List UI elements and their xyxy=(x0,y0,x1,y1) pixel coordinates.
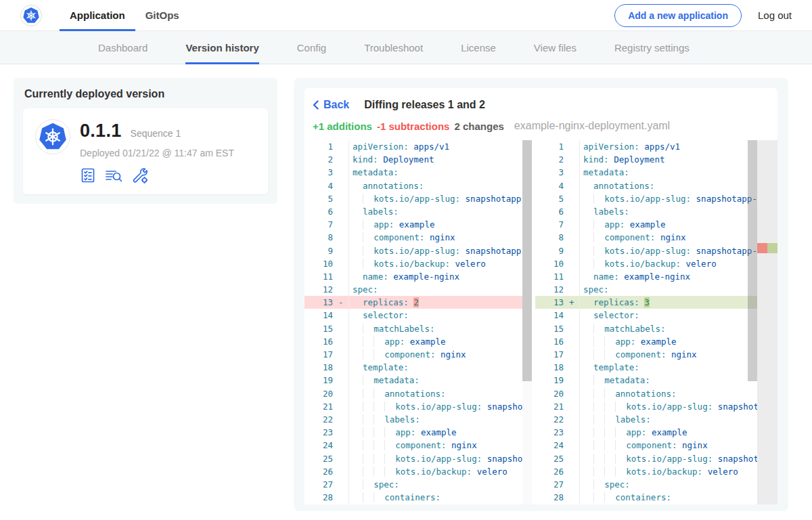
currently-deployed-card: Currently deployed version xyxy=(14,78,277,204)
diff-line-4: 4 annotations: xyxy=(535,179,777,192)
nav-tab-gitops[interactable]: GitOps xyxy=(135,0,189,30)
diff-sign xyxy=(338,426,348,439)
line-number: 8 xyxy=(304,231,338,244)
diff-sign xyxy=(569,478,579,491)
code-lines-old: 1apiVersion: apps/v12kind: Deployment3me… xyxy=(304,140,532,504)
code-text: component: nginx xyxy=(579,439,777,452)
line-number: 19 xyxy=(535,374,569,387)
diff-line-16: 16 app: example xyxy=(535,335,777,348)
code-text: app: example xyxy=(348,426,532,439)
diff-sign xyxy=(569,491,579,504)
diff-sign xyxy=(569,257,579,270)
code-text: annotations: xyxy=(348,179,532,192)
diff-sign xyxy=(338,166,348,179)
diff-line-25: 25 kots.io/app-slug: snapshotap xyxy=(304,452,532,465)
line-number: 16 xyxy=(304,335,338,348)
diff-title: Diffing releases 1 and 2 xyxy=(364,99,485,111)
diff-sign xyxy=(338,413,348,426)
diff-line-20: 20 annotations: xyxy=(535,387,777,400)
line-number: 25 xyxy=(535,452,569,465)
diff-sign xyxy=(569,322,579,335)
diff-line-12: 12spec: xyxy=(535,283,777,296)
subnav-item-view-files[interactable]: View files xyxy=(534,31,577,64)
code-text: kots.io/app-slug: snapshotapp-mu xyxy=(348,244,532,257)
diff-line-22: 22 labels: xyxy=(304,413,532,426)
line-number: 10 xyxy=(304,257,338,270)
line-number: 8 xyxy=(535,231,569,244)
code-lines-new: 1apiVersion: apps/v12kind: Deployment3me… xyxy=(535,140,777,504)
diff-sign xyxy=(338,257,348,270)
nav-tab-application[interactable]: Application xyxy=(60,0,135,30)
kubernetes-logo-icon xyxy=(38,122,68,152)
diff-sign xyxy=(338,153,348,166)
scrollbar-thumb[interactable] xyxy=(522,140,532,381)
code-text: containers: xyxy=(579,491,777,504)
diff-sign xyxy=(338,218,348,231)
diff-line-2: 2kind: Deployment xyxy=(535,153,777,166)
diff-sign xyxy=(569,374,579,387)
release-notes-checklist-icon[interactable] xyxy=(80,167,96,183)
line-number: 20 xyxy=(535,387,569,400)
diff-sign xyxy=(338,179,348,192)
diff-line-19: 19 metadata: xyxy=(304,374,532,387)
diff-sign xyxy=(569,452,579,465)
subnav-item-config[interactable]: Config xyxy=(297,31,326,64)
diff-sign xyxy=(338,348,348,361)
diff-sign xyxy=(569,413,579,426)
code-text: template: xyxy=(348,361,532,374)
diff-sign: + xyxy=(569,296,579,309)
diff-sign xyxy=(569,244,579,257)
diff-sign xyxy=(569,231,579,244)
subnav-item-registry-settings[interactable]: Registry settings xyxy=(614,31,690,64)
code-text: spec: xyxy=(579,478,777,491)
code-text: spec: xyxy=(348,283,532,296)
diff-line-23: 23 app: example xyxy=(535,426,777,439)
configure-wrench-gear-icon[interactable] xyxy=(131,167,149,183)
diff-sign xyxy=(569,426,579,439)
code-text: containers: xyxy=(348,491,532,504)
diff-line-6: 6 labels: xyxy=(535,205,777,218)
line-number: 1 xyxy=(535,140,569,153)
version-number: 0.1.1 xyxy=(80,121,122,142)
diff-sign xyxy=(338,465,348,478)
back-link[interactable]: Back xyxy=(313,99,349,111)
code-text: kots.io/app-slug: snapshotapp-mu xyxy=(348,192,532,205)
line-number: 27 xyxy=(535,478,569,491)
diff-line-15: 15 matchLabels: xyxy=(304,322,532,335)
diff-line-10: 10 kots.io/backup: velero xyxy=(304,257,532,270)
kubernetes-logo-icon xyxy=(22,7,40,24)
view-logs-icon[interactable] xyxy=(105,167,122,183)
chevron-left-icon xyxy=(313,100,319,110)
ruler-deletion-marker xyxy=(757,243,767,253)
line-number: 5 xyxy=(304,192,338,205)
line-number: 16 xyxy=(535,335,569,348)
app-logo[interactable] xyxy=(20,5,42,26)
diff-sign: - xyxy=(338,296,348,309)
diff-pane-new: 1apiVersion: apps/v12kind: Deployment3me… xyxy=(535,140,777,504)
subnav-item-troubleshoot[interactable]: Troubleshoot xyxy=(364,31,423,64)
logout-link[interactable]: Log out xyxy=(758,9,792,21)
diff-line-11: 11 name: example-nginx xyxy=(535,270,777,283)
diff-pane-old: 1apiVersion: apps/v12kind: Deployment3me… xyxy=(304,140,532,504)
diff-line-12: 12spec: xyxy=(304,283,532,296)
diff-line-7: 7 app: example xyxy=(304,218,532,231)
code-text: kots.io/backup: velero xyxy=(579,465,777,478)
subnav-item-dashboard[interactable]: Dashboard xyxy=(98,31,148,64)
code-text: matchLabels: xyxy=(348,322,532,335)
diff-line-3: 3metadata: xyxy=(535,166,777,179)
subnav-item-version-history[interactable]: Version history xyxy=(185,31,258,64)
line-number: 18 xyxy=(304,361,338,374)
code-text: kots.io/backup: velero xyxy=(348,465,532,478)
deployed-timestamp: Deployed 01/21/22 @ 11:47 am EST xyxy=(80,148,234,158)
scrollbar-thumb[interactable] xyxy=(748,140,757,381)
line-number: 23 xyxy=(535,426,569,439)
add-application-button[interactable]: Add a new application xyxy=(614,4,742,27)
diff-sign xyxy=(569,205,579,218)
code-text: kind: Deployment xyxy=(348,153,532,166)
diff-line-24: 24 component: nginx xyxy=(535,439,777,452)
line-number: 14 xyxy=(304,309,338,322)
diff-line-21: 21 kots.io/app-slug: snapshotap xyxy=(535,400,777,413)
line-number: 15 xyxy=(304,322,338,335)
subnav-item-license[interactable]: License xyxy=(461,31,496,64)
diff-line-10: 10 kots.io/backup: velero xyxy=(535,257,777,270)
